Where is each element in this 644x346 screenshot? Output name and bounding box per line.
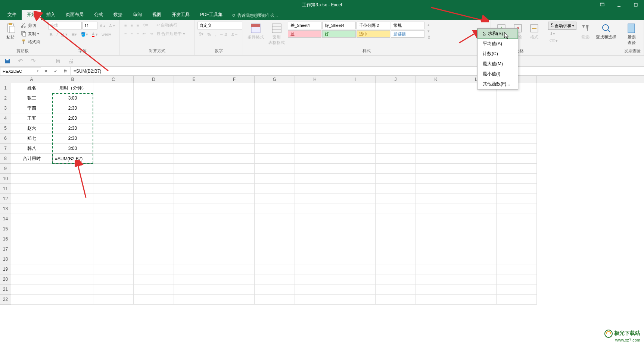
cell-K18[interactable]	[416, 254, 456, 264]
cell-H16[interactable]	[295, 234, 335, 244]
cell-D8[interactable]	[134, 154, 174, 164]
cell-F3[interactable]	[214, 103, 255, 113]
row-header-18[interactable]: 18	[0, 254, 11, 264]
cell-C22[interactable]	[93, 295, 134, 305]
cell-C18[interactable]	[93, 254, 134, 264]
cell-A8[interactable]: 合计用时	[11, 154, 52, 164]
cell-F22[interactable]	[214, 295, 255, 305]
cell-E3[interactable]	[174, 103, 214, 113]
cell-D16[interactable]	[134, 234, 174, 244]
cell-H20[interactable]	[295, 274, 335, 284]
row-header-14[interactable]: 14	[0, 214, 11, 224]
cell-J22[interactable]	[376, 295, 416, 305]
print-preview-button[interactable]: 🗎	[55, 57, 62, 65]
cell-M17[interactable]	[497, 244, 537, 254]
style-neutral[interactable]: 适中	[357, 30, 390, 38]
cell-E15[interactable]	[174, 224, 214, 234]
cell-A5[interactable]: 赵六	[11, 123, 52, 133]
cell-G4[interactable]	[255, 113, 295, 123]
cell-G16[interactable]	[255, 234, 295, 244]
cell-B7[interactable]: 3:00	[52, 144, 93, 154]
cell-C6[interactable]	[93, 133, 134, 144]
cell-K14[interactable]	[416, 214, 456, 224]
cell-L6[interactable]	[456, 133, 497, 144]
cell-D11[interactable]	[134, 184, 174, 194]
cell-C12[interactable]	[93, 194, 134, 204]
cell-F6[interactable]	[214, 133, 255, 144]
cell-J21[interactable]	[376, 284, 416, 295]
tab-data[interactable]: 数据	[108, 9, 128, 20]
invoice-check-button[interactable]: 发票 查验	[624, 22, 639, 46]
cell-F21[interactable]	[214, 284, 255, 295]
cell-C3[interactable]	[93, 103, 134, 113]
cell-D12[interactable]	[134, 194, 174, 204]
cell-B9[interactable]	[52, 164, 93, 174]
row-header-8[interactable]: 8	[0, 154, 11, 164]
cell-L7[interactable]	[456, 144, 497, 154]
table-format-button[interactable]: 套用 表格格式	[267, 22, 286, 46]
cell-K13[interactable]	[416, 204, 456, 214]
cell-H7[interactable]	[295, 144, 335, 154]
cell-E16[interactable]	[174, 234, 214, 244]
currency-button[interactable]: $▾	[197, 31, 205, 37]
cell-H2[interactable]	[295, 93, 335, 103]
align-middle-button[interactable]: ≡	[129, 22, 134, 28]
cell-G1[interactable]	[255, 83, 295, 93]
cell-D19[interactable]	[134, 264, 174, 274]
format-painter-button[interactable]: 格式刷	[19, 38, 42, 45]
cell-H11[interactable]	[295, 184, 335, 194]
italic-button[interactable]: I	[55, 32, 59, 38]
cells-area[interactable]: 姓名用时（分钟）张三3:00李四2:30王五2:00赵六2:30郑七2:30韩八…	[11, 83, 537, 305]
cell-L2[interactable]	[456, 93, 497, 103]
tab-home[interactable]: 开始	[22, 9, 41, 20]
cell-A16[interactable]	[11, 234, 52, 244]
cell-L16[interactable]	[456, 234, 497, 244]
cell-H18[interactable]	[295, 254, 335, 264]
cell-K4[interactable]	[416, 113, 456, 123]
row-header-12[interactable]: 12	[0, 194, 11, 204]
cell-M13[interactable]	[497, 204, 537, 214]
cell-F8[interactable]	[214, 154, 255, 164]
cell-A19[interactable]	[11, 264, 52, 274]
cell-B6[interactable]: 2:30	[52, 133, 93, 144]
cell-J2[interactable]	[376, 93, 416, 103]
number-format-select[interactable]	[197, 22, 242, 29]
cell-G21[interactable]	[255, 284, 295, 295]
cell-J1[interactable]	[376, 83, 416, 93]
cell-E2[interactable]	[174, 93, 214, 103]
cell-J18[interactable]	[376, 254, 416, 264]
cell-J4[interactable]	[376, 113, 416, 123]
cell-J14[interactable]	[376, 214, 416, 224]
row-header-16[interactable]: 16	[0, 234, 11, 244]
cell-A22[interactable]	[11, 295, 52, 305]
comma-button[interactable]: ,	[213, 31, 217, 37]
cell-F15[interactable]	[214, 224, 255, 234]
row-header-2[interactable]: 2	[0, 93, 11, 103]
cell-A1[interactable]: 姓名	[11, 83, 52, 93]
phonetic-button[interactable]: wén▾	[100, 31, 113, 38]
autosum-count[interactable]: 计数(C)	[477, 49, 518, 59]
cell-E20[interactable]	[174, 274, 214, 284]
col-header-K[interactable]: K	[416, 76, 456, 83]
cell-J10[interactable]	[376, 174, 416, 184]
cell-L21[interactable]	[456, 284, 497, 295]
style-thousand[interactable]: 千位分隔 2	[357, 22, 390, 29]
cell-M5[interactable]	[497, 123, 537, 133]
cell-G5[interactable]	[255, 123, 295, 133]
style-bad-sheet4[interactable]: 差_Sheet4	[288, 22, 321, 29]
cell-A14[interactable]	[11, 214, 52, 224]
cell-E6[interactable]	[174, 133, 214, 144]
clear-button[interactable]: ⌫▾	[548, 38, 576, 44]
cell-M19[interactable]	[497, 264, 537, 274]
cell-E11[interactable]	[174, 184, 214, 194]
cell-I1[interactable]	[335, 83, 376, 93]
bold-button[interactable]: B	[48, 32, 54, 38]
cell-I19[interactable]	[335, 264, 376, 274]
fx-button[interactable]: fx	[60, 67, 70, 75]
col-header-I[interactable]: I	[335, 76, 376, 83]
cell-D3[interactable]	[134, 103, 174, 113]
increase-indent-button[interactable]: ⇥	[148, 31, 155, 37]
cell-C5[interactable]	[93, 123, 134, 133]
cell-J19[interactable]	[376, 264, 416, 274]
cell-H17[interactable]	[295, 244, 335, 254]
